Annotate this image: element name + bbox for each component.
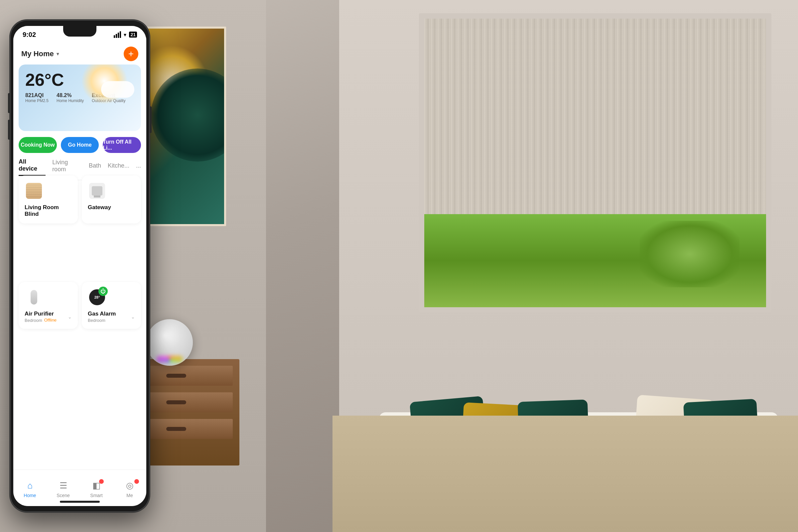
go-home-button[interactable]: Go Home: [61, 137, 99, 153]
device-icon-gateway: [88, 182, 107, 200]
gateway-shape: [92, 186, 102, 195]
add-button[interactable]: +: [124, 46, 138, 61]
device-grid: Living Room Blind Gateway: [19, 175, 141, 224]
device-info-purifier: Air Purifier Bedroom Offline: [25, 310, 57, 323]
aqi-stat: 821AQI Home PM2.5: [25, 92, 49, 103]
window-area: [339, 0, 798, 532]
chevron-down-icon: ▾: [57, 51, 59, 57]
phone-screen: 9:02 ▾ 21 My Home ▾ +: [13, 26, 146, 506]
smart-nav-label: Smart: [90, 493, 102, 498]
tab-all-device[interactable]: All device: [19, 158, 45, 176]
smart-speaker: [146, 319, 193, 366]
weather-card: 26°C 821AQI Home PM2.5 48.2% Home Humidi…: [19, 64, 141, 131]
me-notification-dot: [134, 479, 139, 484]
cooking-now-button[interactable]: Cooking Now: [19, 137, 57, 153]
status-icons: ▾ 21: [114, 31, 137, 38]
scene-nav-label: Scene: [57, 493, 70, 498]
device-name-gateway: Gateway: [88, 204, 135, 211]
gateway-icon: [89, 183, 105, 199]
home-bar: [60, 501, 100, 503]
device-room-gas: Bedroom: [88, 318, 116, 323]
aqi-label: Home PM2.5: [25, 98, 49, 103]
cloud-decoration: [101, 81, 134, 98]
device-card-gas-alarm[interactable]: 28° ⏻ Gas Alarm Bedroom ⌄: [82, 282, 141, 329]
expand-purifier-icon[interactable]: ⌄: [68, 314, 72, 320]
humidity-stat: 48.2% Home Humidity: [57, 92, 84, 103]
device-icon-purifier: [25, 288, 43, 307]
blind-icon: [26, 183, 42, 199]
app-header: My Home ▾ +: [13, 43, 146, 64]
device-icon-blind: [25, 182, 43, 200]
me-nav-label: Me: [126, 493, 133, 498]
gas-display: 28°: [94, 295, 100, 299]
device-name-gas: Gas Alarm: [88, 310, 116, 317]
device-info-gas: Gas Alarm Bedroom: [88, 310, 116, 323]
tab-living-room[interactable]: Living room: [52, 159, 82, 175]
device-name-blind: Living Room Blind: [25, 204, 72, 217]
home-nav-label: Home: [24, 493, 36, 498]
device-icon-gas: 28° ⏻: [88, 288, 107, 307]
aqi-value: 821AQI: [25, 92, 49, 98]
notch: [63, 26, 96, 37]
smart-notification-dot: [99, 479, 104, 484]
action-buttons: Cooking Now Go Home Turn Off All Li...: [19, 137, 141, 153]
more-tabs-icon[interactable]: ···: [136, 164, 141, 171]
device-partial-grid: Air Purifier Bedroom Offline ⌄ 28°: [19, 282, 141, 329]
home-nav-icon: ⌂: [27, 480, 33, 491]
signal-icon: [114, 31, 121, 38]
nav-scene[interactable]: ☰ Scene: [46, 478, 80, 498]
window-frame: [419, 13, 772, 312]
tab-kitchen[interactable]: Kitche...: [108, 162, 129, 172]
nav-home[interactable]: ⌂ Home: [13, 478, 46, 498]
humidity-value: 48.2%: [57, 92, 84, 98]
device-card-air-purifier[interactable]: Air Purifier Bedroom Offline ⌄: [19, 282, 78, 329]
volume-up-button[interactable]: [8, 93, 10, 113]
expand-gas-icon[interactable]: ⌄: [131, 314, 135, 320]
status-time: 9:02: [23, 31, 36, 39]
power-button[interactable]: [150, 107, 152, 133]
home-title-area[interactable]: My Home ▾: [21, 50, 59, 58]
phone: 9:02 ▾ 21 My Home ▾ +: [10, 20, 150, 512]
home-name-label: My Home: [21, 50, 54, 58]
device-footer-purifier: Air Purifier Bedroom Offline ⌄: [25, 310, 72, 323]
device-card-living-room-blind[interactable]: Living Room Blind: [19, 175, 78, 224]
nav-me[interactable]: ◎ Me: [113, 478, 146, 498]
wifi-icon: ▾: [124, 32, 126, 38]
scene-nav-icon: ☰: [59, 480, 67, 491]
volume-down-button[interactable]: [8, 120, 10, 140]
device-status-offline: Offline: [44, 318, 57, 323]
me-nav-icon: ◎: [126, 480, 134, 491]
humidity-label: Home Humidity: [57, 98, 84, 103]
device-room-purifier: Bedroom: [25, 318, 42, 323]
gas-power-icon: ⏻: [98, 287, 108, 296]
nav-smart[interactable]: ◧ Smart: [80, 478, 113, 498]
device-footer-gas: Gas Alarm Bedroom ⌄: [88, 310, 135, 323]
device-name-purifier: Air Purifier: [25, 310, 57, 317]
battery-icon: 21: [129, 32, 137, 38]
floor: [332, 416, 798, 532]
device-card-gateway[interactable]: Gateway: [82, 175, 141, 224]
tab-bath[interactable]: Bath: [89, 162, 101, 172]
turn-off-all-button[interactable]: Turn Off All Li...: [103, 137, 141, 153]
purifier-icon: [31, 290, 37, 305]
